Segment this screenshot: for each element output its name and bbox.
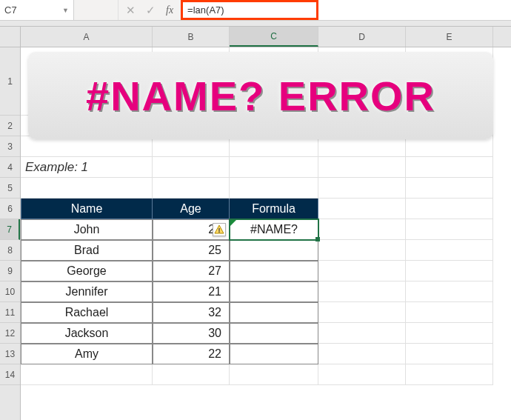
formula-highlight-box [181,0,318,20]
cell-A9[interactable]: George [21,261,153,281]
row-header-10[interactable]: 10 [0,281,20,302]
cell-B10[interactable]: 21 [153,281,230,302]
error-indicator-icon[interactable]: ! [213,223,226,236]
row-header-13[interactable]: 13 [0,344,20,364]
cell-B14[interactable] [153,364,230,385]
cell-C7[interactable]: ! #NAME? [230,219,318,240]
banner: #NAME? ERROR [28,52,493,139]
cell-C5[interactable] [230,178,318,199]
cell-D11[interactable] [318,302,406,323]
row-header-14[interactable]: 14 [0,364,20,385]
cell-E11[interactable] [406,302,493,323]
cell-B12[interactable]: 30 [153,323,230,344]
cell-A12[interactable]: Jackson [21,323,153,344]
chevron-down-icon[interactable]: ▼ [62,7,69,14]
header-formula[interactable]: Formula [230,199,318,219]
cell-E6[interactable] [406,199,493,219]
cell-B5[interactable] [153,178,230,199]
cell-D9[interactable] [318,261,406,281]
header-name[interactable]: Name [21,199,153,219]
cell-D3[interactable] [318,136,406,157]
confirm-icon[interactable]: ✓ [146,4,156,17]
fill-handle[interactable] [315,237,320,241]
cell-C11[interactable] [230,302,318,323]
row-header-12[interactable]: 12 [0,323,20,344]
cell-A4[interactable]: Example: 1 [21,157,153,178]
cell-E10[interactable] [406,281,493,302]
row-headers: 1 2 3 4 5 6 7 8 9 10 11 12 13 14 [0,27,21,420]
header-age[interactable]: Age [153,199,230,219]
cell-C4[interactable] [230,157,318,178]
cell-A14[interactable] [21,364,153,385]
col-header-E[interactable]: E [406,27,493,47]
cell-B4[interactable] [153,157,230,178]
grid: A B C D E #NAME? ERROR [21,27,511,420]
row-header-1[interactable]: 1 [0,47,20,116]
cancel-icon[interactable]: ✕ [126,4,136,17]
cell-C14[interactable] [230,364,318,385]
row-header-5[interactable]: 5 [0,178,20,199]
fx-icon[interactable]: fx [166,4,173,16]
cell-E5[interactable] [406,178,493,199]
cell-E7[interactable] [406,219,493,240]
col-header-D[interactable]: D [318,27,406,47]
row-8: Brad 25 [21,240,511,261]
cell-B9[interactable]: 27 [153,261,230,281]
cell-D14[interactable] [318,364,406,385]
cell-B8[interactable]: 25 [153,240,230,261]
cell-C8[interactable] [230,240,318,261]
cell-E9[interactable] [406,261,493,281]
row-header-4[interactable]: 4 [0,157,20,178]
row-header-6[interactable]: 6 [0,199,20,219]
cell-A11[interactable]: Rachael [21,302,153,323]
col-header-C[interactable]: C [230,27,318,47]
select-all-corner[interactable] [0,27,20,47]
cell-D4[interactable] [318,157,406,178]
row-header-7[interactable]: 7 [0,219,20,240]
cell-E3[interactable] [406,136,493,157]
cell-A13[interactable]: Amy [21,344,153,364]
row-header-3[interactable]: 3 [0,136,20,157]
cell-D8[interactable] [318,240,406,261]
cell-E14[interactable] [406,364,493,385]
col-header-A[interactable]: A [21,27,153,47]
cell-A7[interactable]: John [21,219,153,240]
cell-D12[interactable] [318,323,406,344]
cell-D5[interactable] [318,178,406,199]
formula-bar-spacer [74,0,118,20]
cell-B13[interactable]: 22 [153,344,230,364]
cell-C10[interactable] [230,281,318,302]
cell-A8[interactable]: Brad [21,240,153,261]
name-box-input[interactable] [4,4,49,16]
cell-D6[interactable] [318,199,406,219]
row-header-2[interactable]: 2 [0,116,20,136]
spreadsheet: 1 2 3 4 5 6 7 8 9 10 11 12 13 14 A B C D… [0,27,511,420]
cell-A3[interactable] [21,136,153,157]
cell-C3[interactable] [230,136,318,157]
cell-D7[interactable] [318,219,406,240]
row-7: John 20 ! #NAME? [21,219,511,240]
cell-E8[interactable] [406,240,493,261]
cell-A5[interactable] [21,178,153,199]
row-header-9[interactable]: 9 [0,261,20,281]
formula-bar-buttons: ✕ ✓ fx [118,0,181,20]
row-header-11[interactable]: 11 [0,302,20,323]
cell-D10[interactable] [318,281,406,302]
formula-input[interactable] [187,4,312,16]
name-box-container[interactable]: ▼ [0,0,74,20]
cell-B11[interactable]: 32 [153,302,230,323]
cell-C12[interactable] [230,323,318,344]
cell-C7-value: #NAME? [250,223,298,236]
cell-D13[interactable] [318,344,406,364]
cell-C13[interactable] [230,344,318,364]
col-header-B[interactable]: B [153,27,230,47]
cell-B3[interactable] [153,136,230,157]
cell-C9[interactable] [230,261,318,281]
svg-text:!: ! [218,227,221,234]
cell-E4[interactable] [406,157,493,178]
cell-E13[interactable] [406,344,493,364]
cell-A10[interactable]: Jennifer [21,281,153,302]
formula-input-extend[interactable] [318,0,511,20]
row-header-8[interactable]: 8 [0,240,20,261]
cell-E12[interactable] [406,323,493,344]
